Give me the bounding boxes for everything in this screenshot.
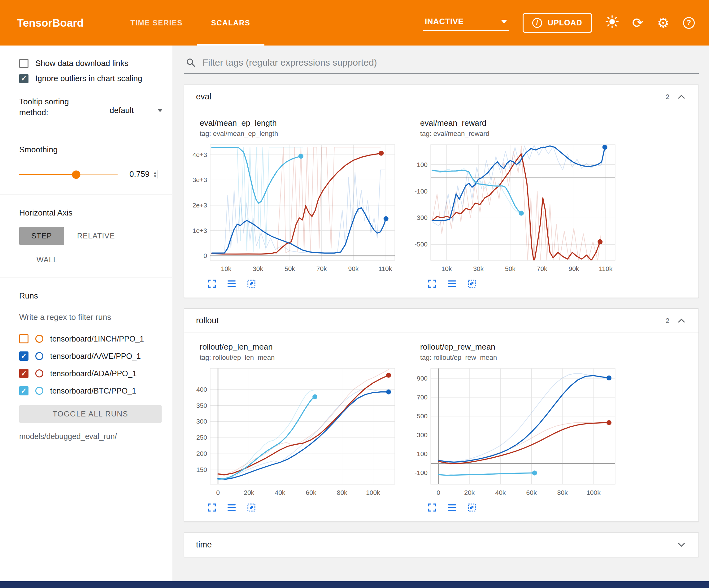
tab-scalars[interactable]: SCALARS	[197, 0, 265, 46]
data-table-icon	[227, 503, 236, 512]
fullscreen-icon	[427, 503, 437, 512]
endpoint-dot-BTC-smoothed	[298, 154, 304, 159]
line-chart[interactable]: 10k30k50k70k90k110k100-100-300-500	[407, 140, 621, 275]
y-tick-label: -100	[415, 188, 427, 195]
chart-card: rollout/ep_len_mean tag: rollout/ep_len_…	[187, 342, 407, 515]
number-stepper-icon[interactable]	[153, 170, 158, 179]
run-color-circle	[35, 369, 43, 378]
section-rollout-header[interactable]: rollout 2	[184, 309, 699, 333]
x-tick-label: 0	[437, 489, 440, 496]
line-chart-svg[interactable]: 10k30k50k70k90k110k01e+32e+33e+34e+3	[187, 140, 400, 275]
show-download-links-row[interactable]: Show data download links	[19, 58, 163, 68]
ignore-outliers-label: Ignore outliers in chart scaling	[35, 74, 142, 83]
runs-filter-input[interactable]	[19, 309, 163, 326]
chart-card: eval/mean_ep_length tag: eval/mean_ep_le…	[187, 118, 407, 291]
chart-title: eval/mean_reward	[420, 118, 628, 128]
axis-wall-button[interactable]: WALL	[36, 255, 163, 264]
line-chart[interactable]: 020k40k60k80k100k-100100300500700900	[407, 364, 621, 499]
help-icon[interactable]: ?	[683, 17, 695, 29]
x-tick-label: 30k	[473, 265, 483, 272]
endpoint-dot-ADA-smoothed	[379, 151, 384, 156]
line-chart-svg[interactable]: 020k40k60k80k100k150200250300350400	[187, 364, 400, 499]
y-tick-label: 100	[417, 450, 427, 457]
fit-domain-button[interactable]	[246, 278, 257, 289]
endpoint-dot-BTC-smoothed	[519, 210, 524, 215]
line-chart[interactable]: 020k40k60k80k100k150200250300350400	[187, 364, 400, 499]
brightness-icon[interactable]	[606, 15, 619, 30]
section-time-header[interactable]: time	[184, 533, 699, 557]
expand-section-button[interactable]	[676, 539, 687, 550]
data-table-icon	[447, 503, 457, 512]
run-checkbox[interactable]	[19, 352, 28, 361]
chart-toolbar	[427, 502, 628, 513]
dashboard-content: eval 2 eval/mean_ep_length tag: eval/mea…	[173, 46, 709, 581]
chart-data-button[interactable]	[226, 278, 237, 289]
eval-charts-row: eval/mean_ep_length tag: eval/mean_ep_le…	[184, 109, 699, 298]
upload-button[interactable]: i UPLOAD	[523, 13, 592, 33]
fit-domain-icon	[467, 503, 476, 512]
fit-domain-button[interactable]	[246, 502, 257, 513]
line-chart-svg[interactable]: 020k40k60k80k100k-100100300500700900	[407, 364, 621, 499]
smoothing-slider[interactable]	[19, 174, 117, 175]
x-tick-label: 110k	[378, 265, 392, 272]
info-icon: i	[532, 18, 542, 28]
refresh-icon[interactable]: ⟳	[632, 16, 644, 30]
collapse-section-button[interactable]	[676, 92, 687, 102]
axis-step-button[interactable]: STEP	[19, 227, 64, 245]
y-tick-label: 300	[196, 418, 207, 425]
y-tick-label: 1e+3	[192, 227, 207, 234]
fit-domain-button[interactable]	[467, 278, 477, 289]
line-chart-svg[interactable]: 10k30k50k70k90k110k100-100-300-500	[407, 140, 621, 275]
tooltip-sorting-select[interactable]: default	[110, 106, 163, 118]
chart-data-button[interactable]	[447, 278, 457, 289]
section-eval-header[interactable]: eval 2	[184, 85, 699, 109]
tab-time-series[interactable]: TIME SERIES	[116, 0, 197, 46]
y-tick-label: -100	[415, 469, 427, 476]
chevron-up-icon	[677, 318, 685, 323]
tooltip-sorting-row: Tooltip sorting method: default	[19, 96, 163, 118]
run-checkbox[interactable]	[19, 369, 28, 378]
run-checkbox[interactable]	[19, 334, 28, 343]
fit-domain-button[interactable]	[467, 502, 477, 513]
x-tick-label: 30k	[253, 265, 263, 272]
fullscreen-icon	[207, 279, 216, 288]
run-item[interactable]: tensorboard/ADA/PPO_1	[19, 369, 163, 378]
axis-relative-button[interactable]: RELATIVE	[77, 232, 115, 240]
maximize-chart-button[interactable]	[207, 278, 217, 289]
run-color-circle	[35, 335, 43, 343]
smoothing-value: 0.759	[129, 169, 150, 179]
run-item[interactable]: tensorboard/BTC/PPO_1	[19, 386, 163, 395]
x-tick-label: 70k	[537, 265, 547, 272]
endpoint-dot-AAVE-smoothed	[606, 376, 611, 381]
chart-data-button[interactable]	[226, 502, 237, 513]
status-dropdown[interactable]: INACTIVE	[423, 15, 509, 31]
x-tick-label: 20k	[464, 489, 475, 496]
settings-gear-icon[interactable]: ⚙	[657, 16, 669, 30]
run-item[interactable]: tensorboard/AAVE/PPO_1	[19, 352, 163, 361]
smoothing-slider-knob[interactable]	[72, 171, 80, 179]
tooltip-sorting-value: default	[110, 106, 134, 115]
tag-filter-input[interactable]	[203, 57, 697, 68]
x-tick-label: 10k	[441, 265, 452, 272]
fit-domain-icon	[247, 503, 256, 512]
x-tick-label: 40k	[495, 489, 506, 496]
chart-title: eval/mean_ep_length	[200, 118, 407, 128]
run-item[interactable]: tensorboard/1INCH/PPO_1	[19, 334, 163, 343]
maximize-chart-button[interactable]	[427, 278, 438, 289]
run-label: tensorboard/1INCH/PPO_1	[50, 334, 144, 343]
maximize-chart-button[interactable]	[427, 502, 438, 513]
checkbox-icon[interactable]	[19, 74, 28, 83]
chart-data-button[interactable]	[447, 502, 457, 513]
run-checkbox[interactable]	[19, 386, 28, 395]
horizontal-axis-options: STEP RELATIVE	[19, 227, 163, 245]
smoothing-value-input[interactable]: 0.759	[128, 168, 159, 181]
run-label: tensorboard/BTC/PPO_1	[50, 386, 136, 395]
fit-domain-icon	[467, 279, 476, 288]
collapse-section-button[interactable]	[676, 315, 687, 326]
checkbox-icon[interactable]	[19, 59, 28, 68]
ignore-outliers-row[interactable]: Ignore outliers in chart scaling	[19, 74, 163, 83]
maximize-chart-button[interactable]	[207, 502, 217, 513]
line-chart[interactable]: 10k30k50k70k90k110k01e+32e+33e+34e+3	[187, 140, 400, 275]
chevron-up-icon	[677, 95, 685, 99]
toggle-all-runs-button[interactable]: TOGGLE ALL RUNS	[19, 405, 162, 423]
